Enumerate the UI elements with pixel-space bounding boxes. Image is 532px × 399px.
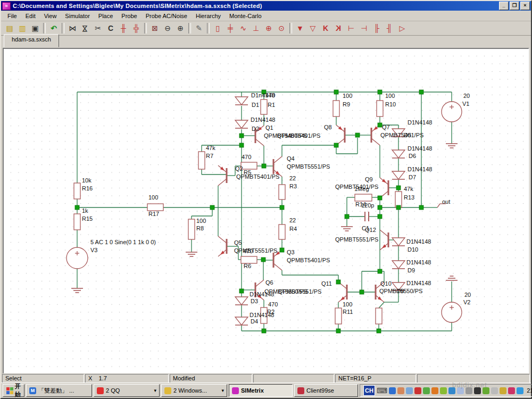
- resistor-R3[interactable]: [279, 185, 285, 200]
- schematic-label[interactable]: 120p: [361, 202, 374, 209]
- schematic-label[interactable]: Q2: [235, 165, 243, 172]
- fetion-tray-icon[interactable]: [431, 387, 438, 394]
- schematic-label[interactable]: V3: [90, 247, 97, 253]
- resistor-R7[interactable]: [198, 152, 205, 169]
- schematic-label[interactable]: R10: [385, 101, 396, 107]
- place-nmos-icon[interactable]: ╟: [370, 22, 383, 35]
- schematic-label[interactable]: QPMBT5401/PS: [277, 132, 320, 139]
- menu-probe[interactable]: Probe: [117, 12, 141, 20]
- im-contact-tray-icon[interactable]: [397, 387, 404, 394]
- resistor-R12[interactable]: [376, 308, 382, 324]
- schematic-label[interactable]: D1N4148: [408, 119, 432, 126]
- place-current-source-icon[interactable]: ⊙: [275, 22, 288, 35]
- resistor-R9[interactable]: [333, 101, 339, 117]
- undo-icon[interactable]: ↶: [47, 22, 60, 35]
- menu-edit[interactable]: Edit: [21, 12, 40, 20]
- bus-icon[interactable]: ╬: [130, 22, 143, 35]
- flower-tray-icon[interactable]: [508, 387, 515, 394]
- schematic-label[interactable]: R17: [148, 211, 159, 217]
- diode-D3[interactable]: [235, 297, 248, 305]
- wire[interactable]: [379, 302, 384, 308]
- transistor-Q7[interactable]: [371, 125, 380, 145]
- schematic-label[interactable]: Q6: [265, 279, 273, 286]
- transistor-Q9[interactable]: [380, 178, 388, 198]
- group-expand-icon[interactable]: ▾: [221, 388, 224, 393]
- place-zener-icon[interactable]: ▽: [306, 22, 319, 35]
- wire-junction-icon[interactable]: ╫: [117, 22, 130, 35]
- place-pnp-icon[interactable]: K: [332, 22, 345, 35]
- schematic-label[interactable]: R3: [289, 183, 297, 189]
- schematic-label[interactable]: D7: [409, 174, 416, 180]
- schematic-label[interactable]: R13: [404, 194, 414, 201]
- maxthon-tray-icon[interactable]: [389, 387, 396, 394]
- schematic-label[interactable]: D1N4148: [406, 238, 431, 245]
- diode-D9[interactable]: [392, 261, 405, 269]
- schematic-label[interactable]: 100: [196, 218, 206, 224]
- defender-tray-icon[interactable]: [500, 387, 506, 394]
- schematic-label[interactable]: 22: [289, 217, 296, 223]
- transistor-Q12[interactable]: [380, 230, 388, 250]
- schematic-label[interactable]: V2: [463, 299, 470, 305]
- schematic-label[interactable]: 100: [343, 301, 352, 307]
- schematic-label[interactable]: 100: [148, 194, 158, 201]
- schematic-label[interactable]: 100: [343, 93, 352, 99]
- diode-D2[interactable]: [235, 120, 248, 128]
- group-expand-icon[interactable]: ▾: [154, 388, 156, 393]
- out-terminal[interactable]: [437, 204, 440, 207]
- schematic-label[interactable]: QPMBT5551/PS: [287, 163, 330, 170]
- language-indicator[interactable]: CH: [363, 385, 375, 396]
- transistor-Q8[interactable]: [336, 125, 345, 145]
- place-opamp-icon[interactable]: ▷: [396, 22, 409, 35]
- menu-view[interactable]: View: [40, 12, 61, 20]
- save-icon[interactable]: ▣: [29, 22, 41, 35]
- schematic-label[interactable]: Q5: [234, 239, 242, 246]
- updater-tray-icon[interactable]: [440, 387, 447, 394]
- globe-tray-icon[interactable]: [448, 387, 455, 394]
- capacitor-C1[interactable]: [365, 212, 369, 221]
- schematic-label[interactable]: 100: [385, 93, 395, 99]
- schematic-label[interactable]: Q9: [365, 176, 373, 182]
- zoom-out-icon[interactable]: ⊖: [161, 22, 174, 35]
- schematic-label[interactable]: D2: [252, 126, 259, 132]
- energy-tray-icon[interactable]: [483, 387, 489, 394]
- schematic-label[interactable]: D1: [252, 102, 259, 108]
- resistor-R16[interactable]: [74, 183, 80, 199]
- place-npn-icon[interactable]: K: [319, 22, 332, 35]
- minimize-button[interactable]: _: [499, 2, 509, 10]
- place-njfet-icon[interactable]: ⊢: [345, 22, 358, 35]
- schematic-label[interactable]: QPMBT5551/PS: [335, 236, 378, 243]
- antivirus-shield-tray-icon[interactable]: [423, 387, 430, 394]
- place-resistor-icon[interactable]: ▯: [211, 22, 224, 35]
- transistor-Q2[interactable]: [218, 165, 227, 186]
- schematic-label[interactable]: R8: [196, 225, 204, 231]
- schematic-label[interactable]: D1N4148: [408, 145, 432, 152]
- diode-D10[interactable]: [392, 238, 405, 246]
- schematic-label[interactable]: QPMBT5401/PS: [287, 257, 330, 263]
- schematic-label[interactable]: 470: [268, 301, 278, 307]
- schematic-label[interactable]: Q8: [324, 124, 332, 130]
- wireless-tray-icon[interactable]: [466, 387, 472, 394]
- menu-place[interactable]: Place: [94, 12, 118, 20]
- rotate-icon[interactable]: C: [104, 22, 117, 35]
- place-pjfet-icon[interactable]: ⊣: [358, 22, 370, 35]
- schematic-label[interactable]: QPMBT5551/PS: [278, 288, 321, 295]
- source-V3[interactable]: [66, 247, 88, 269]
- schematic-label[interactable]: R1: [268, 102, 275, 108]
- transistor-Q5[interactable]: [218, 236, 227, 256]
- schematic-label[interactable]: 22: [289, 175, 296, 181]
- resistor-R14[interactable]: [355, 194, 372, 201]
- place-voltage-source-icon[interactable]: ⊕: [262, 22, 275, 35]
- schematic-label[interactable]: R2: [267, 309, 275, 315]
- schematic-label[interactable]: 5 AC 1 0 Sine(0 1 1k 0 0): [90, 239, 156, 245]
- schematic-label[interactable]: QPMBT5551/PS: [234, 247, 277, 254]
- place-ground-icon[interactable]: ⊥: [250, 22, 262, 35]
- resistor-R17[interactable]: [147, 204, 163, 211]
- tab-hdam-sa-sxsch[interactable]: hdam-sa.sxsch: [4, 34, 59, 47]
- start-button[interactable]: 开始: [3, 384, 24, 397]
- schematic-label[interactable]: 470: [265, 92, 275, 98]
- schematic-label[interactable]: D3: [251, 298, 258, 304]
- schematic-label[interactable]: Q3: [287, 249, 295, 255]
- task-windows-group[interactable]: 2 Windows...▾: [161, 384, 227, 397]
- resistor-R15[interactable]: [74, 214, 80, 230]
- resistor-R11[interactable]: [335, 308, 342, 324]
